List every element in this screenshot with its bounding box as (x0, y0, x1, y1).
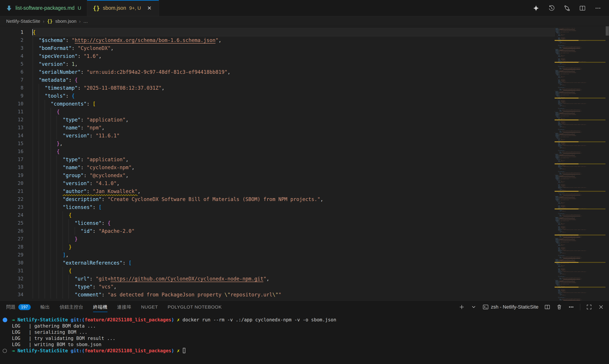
code-line[interactable]: 22"description": "Create CycloneDX Softw… (0, 195, 554, 203)
code-line[interactable]: 29], (0, 251, 554, 259)
code-line[interactable]: 4"specVersion": "1.6", (0, 52, 554, 60)
kill-terminal-icon[interactable] (556, 304, 562, 310)
open-changes-icon[interactable] (563, 5, 570, 12)
terminal-profile-dropdown-icon[interactable] (471, 304, 477, 310)
line-number: 13 (0, 124, 33, 132)
code-line[interactable]: 24{ (0, 211, 554, 219)
code-line[interactable]: 7"metadata": { (0, 76, 554, 84)
code-line-content: "type": "application", (33, 156, 554, 163)
line-number: 23 (0, 203, 33, 211)
scrollbar-thumb[interactable] (606, 26, 609, 36)
code-line[interactable]: 13"name": "npm", (0, 124, 554, 132)
line-number: 27 (0, 235, 33, 243)
code-line[interactable]: 18"name": "cyclonedx-npm", (0, 163, 554, 171)
code-line[interactable]: 6"serialNumber": "urn:uuid:c2bf94a2-9c97… (0, 68, 554, 76)
panel-tab-output[interactable]: 輸出 (41, 301, 50, 313)
breadcrumb-symbol[interactable]: … (83, 19, 88, 24)
panel-tab-problems[interactable]: 問題197 (6, 301, 31, 313)
code-line[interactable]: 10"components": [ (0, 100, 554, 108)
code-line[interactable]: 33"type": "vcs", (0, 283, 554, 291)
line-number: 4 (0, 52, 33, 60)
line-number: 15 (0, 140, 33, 148)
code-line[interactable]: 23"licenses": [ (0, 203, 554, 211)
timeline-history-icon[interactable] (548, 5, 555, 12)
code-line-content: { (33, 211, 554, 219)
editor-scrollbar[interactable] (606, 26, 609, 300)
panel-tab-polyglot-notebook[interactable]: POLYGLOT NOTEBOOK (168, 301, 222, 313)
breadcrumb-folder[interactable]: Netlify-StaticSite (6, 19, 40, 24)
panel-more-actions-icon[interactable] (568, 304, 574, 310)
code-line[interactable]: 25"license": { (0, 219, 554, 227)
minimap-warning-mark (554, 287, 606, 287)
line-number: 1 (0, 28, 33, 36)
panel-tab-terminal[interactable]: 終端機 (93, 301, 108, 313)
panel-tab-label: 問題 (6, 304, 16, 310)
code-line[interactable]: 16{ (0, 148, 554, 156)
terminal-output-line: LOG | gathering BOM data ... (2, 323, 609, 329)
split-editor-icon[interactable] (579, 5, 586, 12)
code-line[interactable]: 3"bomFormat": "CycloneDX", (0, 44, 554, 52)
panel-tab-nuget[interactable]: NUGET (141, 301, 158, 313)
line-number: 22 (0, 195, 33, 203)
tab-list-software-packages[interactable]: list-software-packages.md U (0, 0, 87, 16)
json-file-icon: {} (93, 5, 100, 12)
code-line-content: "type": "vcs", (33, 283, 554, 291)
code-line[interactable]: 15}, (0, 140, 554, 148)
code-line[interactable]: 19"group": "@cyclonedx", (0, 171, 554, 179)
panel-tab-debug-console[interactable]: 偵錯主控台 (60, 301, 83, 313)
terminal-prompt-line: → Netlify-StaticSite git:(feature/#20251… (2, 317, 609, 323)
code-line[interactable]: 11{ (0, 108, 554, 116)
code-line[interactable]: 12"type": "application", (0, 116, 554, 124)
split-terminal-icon[interactable] (544, 304, 550, 310)
panel-tab-label: 終端機 (93, 304, 108, 310)
code-area[interactable]: 1{2"$schema": "http://cyclonedx.org/sche… (0, 26, 554, 300)
code-line[interactable]: 1{ (0, 28, 554, 36)
code-line[interactable]: 31{ (0, 267, 554, 275)
line-number: 33 (0, 283, 33, 291)
minimap[interactable]: { "$schema": "http://cyclonedx.org/schem… (554, 26, 606, 300)
code-line[interactable]: 27} (0, 235, 554, 243)
code-line[interactable]: 14"version": "11.6.1" (0, 132, 554, 140)
line-number: 5 (0, 60, 33, 68)
panel-tab-label: 偵錯主控台 (60, 304, 83, 310)
terminal-view[interactable]: → Netlify-StaticSite git:(feature/#20251… (0, 314, 609, 364)
terminal-prompt-line: → Netlify-StaticSite git:(feature/#20251… (2, 348, 609, 354)
command-pending-decoration[interactable] (3, 349, 7, 353)
code-line[interactable]: 2"$schema": "http://cyclonedx.org/schema… (0, 36, 554, 44)
code-line[interactable]: 32"url": "git+https://github.com/Cyclone… (0, 275, 554, 283)
code-line[interactable]: 21"author": "Jan Kowalleck", (0, 187, 554, 195)
more-actions-icon[interactable] (595, 5, 601, 12)
code-line[interactable]: 26"id": "Apache-2.0" (0, 227, 554, 235)
code-line[interactable]: 30"externalReferences": [ (0, 259, 554, 267)
code-line-content: "name": "npm", (33, 124, 554, 132)
editor-pane[interactable]: 1{2"$schema": "http://cyclonedx.org/sche… (0, 26, 609, 300)
maximize-panel-icon[interactable] (586, 304, 592, 310)
code-line-content: "license": { (33, 219, 554, 227)
code-line[interactable]: 9"tools": { (0, 92, 554, 100)
line-number: 7 (0, 76, 33, 84)
new-terminal-icon[interactable] (459, 304, 465, 310)
tab-sbom-json[interactable]: {} sbom.json 9+, U ✕ (87, 0, 159, 16)
code-line[interactable]: 8"timestamp": "2025-11-08T08:12:37.031Z"… (0, 84, 554, 92)
copilot-icon[interactable] (532, 5, 540, 12)
terminal-output-line: LOG | writing BOM to sbom.json (2, 341, 609, 348)
code-line[interactable]: 17"type": "application", (0, 156, 554, 163)
minimap-warning-mark (554, 262, 606, 263)
command-success-decoration[interactable] (3, 318, 7, 322)
breadcrumb-file[interactable]: sbom.json (55, 19, 77, 24)
terminal-output-line: LOG | try validating BOM result ... (2, 335, 609, 341)
line-number: 19 (0, 171, 33, 179)
code-line[interactable]: 20"version": "4.1.0", (0, 179, 554, 187)
code-line[interactable]: 28} (0, 243, 554, 251)
tab-bar-empty-space (159, 0, 525, 16)
code-line[interactable]: 34"comment": "as detected from PackageJs… (0, 291, 554, 299)
minimap-warning-mark (554, 119, 606, 120)
close-tab-icon[interactable]: ✕ (146, 5, 153, 12)
close-panel-icon[interactable] (598, 304, 604, 310)
code-line-content: "comment": "as detected from PackageJson… (33, 291, 554, 299)
code-line[interactable]: 5"version": 1, (0, 60, 554, 68)
terminal-session-item[interactable]: zsh - Netlify-StaticSite (483, 304, 539, 310)
minimap-warning-mark (554, 98, 606, 99)
panel-tab-ports[interactable]: 連接埠 (117, 301, 132, 313)
line-number: 16 (0, 148, 33, 156)
